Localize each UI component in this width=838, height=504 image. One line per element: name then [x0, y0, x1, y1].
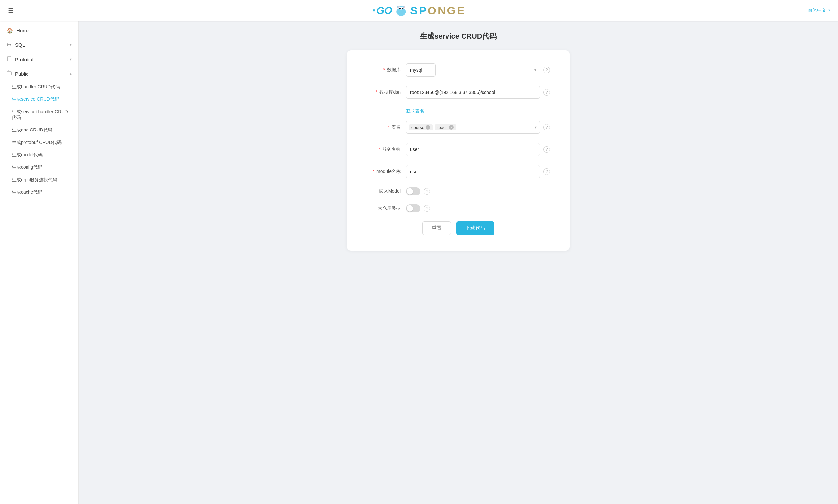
tag-teach-close[interactable]: ×: [449, 125, 454, 129]
svg-point-4: [399, 7, 401, 9]
form-card: * 数据库 mysql postgresql sqlite ?: [347, 50, 570, 251]
gopher-icon: [394, 3, 408, 18]
language-selector[interactable]: 简体中文 ▾: [808, 7, 830, 13]
table-control: course × teach × ▾ ?: [406, 121, 550, 134]
sidebar-item-grpc[interactable]: 生成grpc服务连接代码: [0, 174, 78, 186]
form-actions: 重置 下载代码: [367, 221, 550, 235]
table-tags-chevron-icon: ▾: [535, 125, 537, 129]
module-input[interactable]: [406, 165, 540, 178]
table-label: * 表名: [367, 124, 406, 130]
table-required-mark: *: [388, 124, 389, 129]
big-repo-label: 大仓库类型: [367, 205, 406, 211]
db-label: * 数据库: [367, 67, 406, 73]
sidebar-item-service-handler-crud[interactable]: 生成service+handler CRUD代码: [0, 106, 78, 124]
logo: ≡ GO SPONGE: [372, 3, 466, 18]
get-table-link[interactable]: 获取表名: [406, 108, 424, 113]
header: ☰ ≡ GO SPONGE: [0, 0, 838, 21]
service-control: ?: [406, 143, 550, 156]
sidebar-item-protobuf-crud[interactable]: 生成protobuf CRUD代码: [0, 137, 78, 149]
sidebar-item-home[interactable]: 🏠 Home: [0, 23, 78, 38]
module-label: * module名称: [367, 169, 406, 175]
svg-point-6: [400, 8, 401, 8]
protobuf-chevron-icon: ▾: [70, 57, 72, 61]
tag-course: course ×: [409, 124, 433, 130]
db-row: * 数据库 mysql postgresql sqlite ?: [367, 64, 550, 76]
embed-model-toggle-wrap: ?: [406, 187, 430, 195]
dsn-control: ?: [406, 86, 550, 99]
big-repo-toggle-wrap: ?: [406, 204, 430, 212]
svg-point-5: [402, 7, 403, 9]
get-table-row: 获取表名: [367, 108, 550, 114]
embed-model-toggle[interactable]: [406, 187, 420, 195]
service-required-mark: *: [379, 146, 380, 152]
logo-sponge-text: SPONGE: [410, 4, 466, 17]
module-row: * module名称 ?: [367, 165, 550, 178]
sidebar-public-label: Public: [15, 71, 29, 76]
dsn-label: * 数据库dsn: [367, 89, 406, 95]
sidebar-protobuf-label: Protobuf: [15, 57, 34, 62]
module-required-mark: *: [373, 169, 374, 174]
db-help-icon[interactable]: ?: [543, 67, 550, 73]
service-row: * 服务名称 ?: [367, 143, 550, 156]
db-required-mark: *: [383, 67, 385, 72]
table-tags-input[interactable]: course × teach × ▾: [406, 121, 540, 134]
embed-model-help-icon[interactable]: ?: [423, 188, 430, 195]
db-control: mysql postgresql sqlite ?: [406, 64, 550, 76]
lang-chevron-icon: ▾: [828, 8, 830, 13]
service-input[interactable]: [406, 143, 540, 156]
svg-point-12: [397, 6, 399, 8]
reset-button[interactable]: 重置: [422, 221, 451, 235]
svg-point-14: [403, 6, 405, 8]
public-icon: [6, 70, 12, 77]
protobuf-icon: [6, 56, 12, 62]
sidebar: 🏠 Home SQL ▾ Protobuf ▾ Public ▴: [0, 21, 78, 504]
logo-go-text: GO: [376, 4, 392, 17]
table-row: * 表名 course × teach × ▾: [367, 121, 550, 134]
big-repo-toggle[interactable]: [406, 204, 420, 212]
svg-rect-20: [7, 72, 12, 75]
dsn-input[interactable]: [406, 86, 540, 99]
public-chevron-icon: ▴: [70, 71, 72, 76]
sql-chevron-icon: ▾: [70, 42, 72, 47]
embed-model-control: ?: [406, 187, 550, 195]
table-help-icon[interactable]: ?: [543, 124, 550, 130]
module-control: ?: [406, 165, 550, 178]
download-button[interactable]: 下载代码: [456, 221, 494, 235]
sidebar-item-config[interactable]: 生成config代码: [0, 161, 78, 174]
big-repo-help-icon[interactable]: ?: [423, 205, 430, 212]
service-help-icon[interactable]: ?: [543, 146, 550, 153]
embed-model-row: 嵌入Model ?: [367, 187, 550, 195]
dsn-help-icon[interactable]: ?: [543, 89, 550, 95]
svg-point-7: [403, 8, 403, 8]
sidebar-item-cache[interactable]: 生成cache代码: [0, 186, 78, 199]
layout: 🏠 Home SQL ▾ Protobuf ▾ Public ▴: [0, 21, 838, 504]
db-select-wrapper: mysql postgresql sqlite: [406, 64, 540, 76]
sidebar-item-public[interactable]: Public ▴: [0, 66, 78, 81]
tag-teach: teach ×: [435, 124, 456, 130]
big-repo-row: 大仓库类型 ?: [367, 204, 550, 212]
menu-icon[interactable]: ☰: [8, 6, 14, 14]
db-select[interactable]: mysql postgresql sqlite: [406, 64, 436, 76]
tag-course-close[interactable]: ×: [425, 125, 430, 129]
page-title: 生成service CRUD代码: [420, 31, 496, 41]
main-content: 生成service CRUD代码 * 数据库 mysql postgresql …: [78, 21, 838, 504]
home-icon: 🏠: [6, 28, 13, 34]
sidebar-item-model[interactable]: 生成model代码: [0, 149, 78, 161]
module-help-icon[interactable]: ?: [543, 168, 550, 175]
sidebar-home-label: Home: [16, 28, 30, 33]
embed-model-label: 嵌入Model: [367, 188, 406, 194]
sidebar-item-protobuf[interactable]: Protobuf ▾: [0, 52, 78, 66]
svg-point-8: [400, 9, 402, 11]
sidebar-item-service-crud[interactable]: 生成service CRUD代码: [0, 93, 78, 106]
dsn-required-mark: *: [376, 89, 378, 94]
sidebar-item-handler-crud[interactable]: 生成handler CRUD代码: [0, 81, 78, 93]
sidebar-sql-label: SQL: [15, 42, 25, 48]
dsn-row: * 数据库dsn ?: [367, 86, 550, 99]
big-repo-control: ?: [406, 204, 550, 212]
sql-icon: [6, 41, 12, 48]
sidebar-item-dao-crud[interactable]: 生成dao CRUD代码: [0, 124, 78, 137]
service-label: * 服务名称: [367, 146, 406, 152]
lang-label[interactable]: 简体中文: [808, 7, 826, 13]
sidebar-item-sql[interactable]: SQL ▾: [0, 38, 78, 52]
